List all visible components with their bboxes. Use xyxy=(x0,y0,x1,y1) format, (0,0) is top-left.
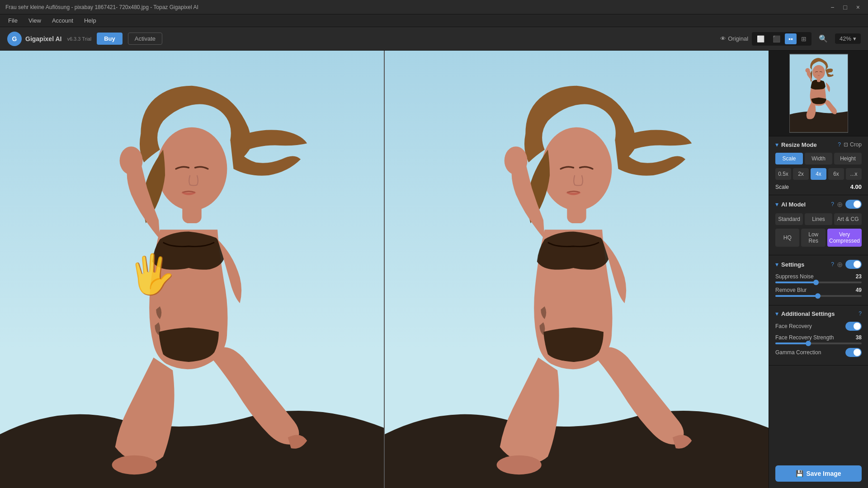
ai-model-title: AI Model xyxy=(781,201,828,208)
suppress-noise-fill xyxy=(775,282,816,283)
center-area: 🖐 Original xyxy=(0,51,769,488)
zoom-fit-button[interactable]: 🔍 xyxy=(815,33,831,45)
face-recovery-strength-row: Face Recovery Strength 38 xyxy=(775,334,862,344)
toolbar: G Gigapixel AI v6.3.3 Trial Buy Activate… xyxy=(0,27,868,51)
additional-settings-title: Additional Settings xyxy=(781,310,856,317)
ai-model-header: ▾ AI Model ? ⊕ xyxy=(775,200,862,209)
model-art-cg[interactable]: Art & CG xyxy=(834,213,862,225)
svg-point-2 xyxy=(112,455,157,474)
settings-toggle-switch[interactable] xyxy=(845,260,862,269)
zoom-display: 42% ▾ xyxy=(835,33,861,44)
original-image: 🖐 xyxy=(0,51,384,488)
buy-button[interactable]: Buy xyxy=(97,33,123,45)
face-recovery-strength-label-row: Face Recovery Strength 38 xyxy=(775,334,862,341)
gamma-correction-toggle[interactable] xyxy=(845,348,862,357)
model-row1-group: Standard Lines Art & CG xyxy=(775,213,862,225)
remove-blur-label-row: Remove Blur 49 xyxy=(775,287,862,293)
face-recovery-strength-slider[interactable] xyxy=(775,343,862,344)
multiplier-more[interactable]: ...x xyxy=(846,168,862,180)
eye-icon: 👁 xyxy=(720,35,726,42)
view-single-btn[interactable]: ⬜ xyxy=(753,33,768,44)
menu-file[interactable]: File xyxy=(4,15,22,26)
additional-settings-section: ▾ Additional Settings ? Face Recovery Fa… xyxy=(769,305,868,366)
multiplier-6x[interactable]: 6x xyxy=(828,168,844,180)
chevron-down-icon: ▾ xyxy=(853,35,856,42)
additional-settings-toggle[interactable]: ▾ xyxy=(775,310,778,317)
model-low-res[interactable]: Low Res xyxy=(801,229,825,247)
width-button[interactable]: Width xyxy=(805,153,832,164)
view-quad-btn[interactable]: ⊞ xyxy=(797,33,810,44)
remove-blur-thumb[interactable] xyxy=(815,293,821,299)
face-recovery-toggle[interactable] xyxy=(845,322,862,331)
maximize-button[interactable]: □ xyxy=(840,3,849,12)
preview-image xyxy=(385,51,769,488)
crop-icon: ⊡ xyxy=(844,141,848,148)
thumbnail-image xyxy=(789,54,848,133)
view-split-h-btn[interactable]: ▪▪ xyxy=(785,33,797,44)
menu-account[interactable]: Account xyxy=(47,15,78,26)
model-hq[interactable]: HQ xyxy=(775,229,799,247)
multiplier-2x[interactable]: 2x xyxy=(793,168,809,180)
scale-label: Scale xyxy=(775,184,789,190)
preview-image-svg xyxy=(385,51,769,488)
add-model-icon[interactable]: ⊕ xyxy=(837,200,843,209)
multiplier-05x[interactable]: 0.5x xyxy=(775,168,791,180)
settings-toggle[interactable]: ▾ xyxy=(775,261,778,268)
resize-mode-right: ⊡ Crop xyxy=(844,141,862,148)
remove-blur-slider[interactable] xyxy=(775,295,862,297)
view-split-v-btn[interactable]: ⬛ xyxy=(769,33,784,44)
app-version: v6.3.3 Trial xyxy=(67,36,91,42)
scale-button[interactable]: Scale xyxy=(775,153,803,164)
app-name: Gigapixel AI xyxy=(25,35,61,42)
additional-settings-help[interactable]: ? xyxy=(859,310,862,317)
ai-model-toggle-switch[interactable] xyxy=(845,200,862,209)
model-lines[interactable]: Lines xyxy=(805,213,832,225)
face-recovery-strength-label: Face Recovery Strength xyxy=(775,334,834,341)
add-settings-icon[interactable]: ⊕ xyxy=(837,260,843,269)
menu-help[interactable]: Help xyxy=(80,15,101,26)
height-button[interactable]: Height xyxy=(834,153,862,164)
logo-icon: G xyxy=(7,32,22,46)
canvas-left[interactable]: 🖐 Original xyxy=(0,51,385,488)
face-recovery-strength-fill xyxy=(775,343,808,344)
minimize-button[interactable]: − xyxy=(828,3,837,12)
scale-value: 4.00 xyxy=(850,183,862,190)
face-recovery-strength-value: 38 xyxy=(856,334,862,341)
toolbar-right: 👁 Original ⬜ ⬛ ▪▪ ⊞ 🔍 42% ▾ xyxy=(720,32,861,46)
model-standard[interactable]: Standard xyxy=(775,213,803,225)
panel-thumbnail xyxy=(769,51,868,136)
multiplier-group: 0.5x 2x 4x 6x ...x xyxy=(775,168,862,180)
menu-view[interactable]: View xyxy=(24,15,46,26)
suppress-noise-label-row: Suppress Noise 23 xyxy=(775,273,862,280)
ai-model-help[interactable]: ? xyxy=(831,201,834,207)
activate-button[interactable]: Activate xyxy=(128,33,162,45)
save-label: Save Image xyxy=(806,470,841,477)
suppress-noise-slider[interactable] xyxy=(775,282,862,283)
crop-button[interactable]: ⊡ Crop xyxy=(844,141,862,148)
view-toggle-group: ⬜ ⬛ ▪▪ ⊞ xyxy=(752,32,811,46)
settings-right: ⊕ xyxy=(837,260,862,269)
ai-model-section: ▾ AI Model ? ⊕ Standard Lines Art & CG H… xyxy=(769,195,868,255)
close-button[interactable]: × xyxy=(854,3,863,12)
svg-point-12 xyxy=(505,146,528,174)
settings-help[interactable]: ? xyxy=(831,261,834,267)
original-toggle[interactable]: 👁 Original xyxy=(720,35,748,42)
save-icon: 💾 xyxy=(796,470,803,477)
canvas-wrapper: 🖐 Original xyxy=(0,51,769,488)
resize-mode-help[interactable]: ? xyxy=(838,141,841,148)
original-image-svg: 🖐 xyxy=(0,51,384,488)
svg-point-4 xyxy=(157,127,227,211)
multiplier-4x[interactable]: 4x xyxy=(811,168,826,180)
main-content: 🖐 Original xyxy=(0,51,868,488)
resize-mode-toggle[interactable]: ▾ xyxy=(775,141,778,148)
save-image-button[interactable]: 💾 Save Image xyxy=(775,465,862,482)
right-panel: ▾ Resize Mode ? ⊡ Crop Scale Width Heigh… xyxy=(769,51,868,488)
model-row2-group: HQ Low Res Very Compressed xyxy=(775,229,862,247)
face-recovery-strength-thumb[interactable] xyxy=(806,341,811,346)
canvas-right[interactable]: Very Compressed Updated ⊕ ⓘ xyxy=(385,51,769,488)
ai-model-toggle[interactable]: ▾ xyxy=(775,201,778,208)
ai-model-right: ⊕ xyxy=(837,200,862,209)
svg-point-9 xyxy=(497,455,542,474)
suppress-noise-thumb[interactable] xyxy=(813,280,819,285)
model-very-compressed[interactable]: Very Compressed xyxy=(827,229,862,247)
